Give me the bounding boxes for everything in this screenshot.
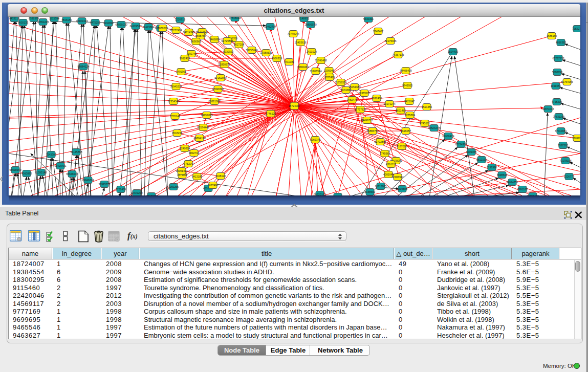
svg-text:64139537: 64139537 xyxy=(129,25,141,28)
svg-text:1615594: 1615594 xyxy=(49,17,59,20)
svg-text:8148932: 8148932 xyxy=(299,17,309,20)
svg-text:4966319: 4966319 xyxy=(272,57,282,60)
svg-text:4711382: 4711382 xyxy=(284,60,294,63)
svg-text:67737826: 67737826 xyxy=(354,108,366,111)
svg-text:0932480: 0932480 xyxy=(372,97,382,100)
svg-text:00524278: 00524278 xyxy=(428,126,440,129)
svg-text:04499727: 04499727 xyxy=(361,119,373,122)
svg-text:85574443: 85574443 xyxy=(197,126,209,129)
svg-text:1399049: 1399049 xyxy=(324,69,334,72)
svg-text:77752047: 77752047 xyxy=(182,162,194,165)
svg-text:6475255: 6475255 xyxy=(90,21,100,24)
svg-text:2260256: 2260256 xyxy=(168,185,179,188)
svg-text:3709859: 3709859 xyxy=(572,137,580,140)
svg-text:9912419: 9912419 xyxy=(180,57,190,60)
svg-text:36995777: 36995777 xyxy=(98,183,110,186)
svg-text:7182278: 7182278 xyxy=(572,27,580,30)
svg-text:87277434: 87277434 xyxy=(170,29,182,32)
svg-text:80831367: 80831367 xyxy=(208,100,220,103)
svg-text:1326773: 1326773 xyxy=(564,175,574,178)
svg-text:3158692: 3158692 xyxy=(365,190,375,193)
svg-text:13433200: 13433200 xyxy=(130,191,142,194)
svg-text:2421024: 2421024 xyxy=(307,50,317,53)
svg-text:9413186: 9413186 xyxy=(192,175,202,178)
svg-text:82175946: 82175946 xyxy=(384,39,396,42)
svg-text:87234309: 87234309 xyxy=(455,143,467,146)
svg-text:6658760: 6658760 xyxy=(195,34,206,37)
svg-text:54145868: 54145868 xyxy=(70,150,82,154)
svg-text:29946804: 29946804 xyxy=(82,179,94,182)
svg-text:62386922: 62386922 xyxy=(391,176,403,179)
svg-text:34714345: 34714345 xyxy=(183,31,194,34)
svg-text:5466889: 5466889 xyxy=(209,38,220,41)
svg-text:2328120: 2328120 xyxy=(215,174,226,178)
svg-text:34957885: 34957885 xyxy=(201,114,212,117)
svg-text:71756551: 71756551 xyxy=(335,81,346,84)
svg-text:71746488: 71746488 xyxy=(315,59,326,62)
svg-text:13493618: 13493618 xyxy=(294,41,306,44)
svg-text:1746120: 1746120 xyxy=(266,112,276,115)
svg-text:37631165: 37631165 xyxy=(553,115,565,118)
svg-text:65787133: 65787133 xyxy=(552,57,564,60)
svg-text:4738299: 4738299 xyxy=(552,100,562,103)
svg-text:0842710: 0842710 xyxy=(189,151,199,155)
svg-text:13171274: 13171274 xyxy=(383,102,395,105)
svg-text:1031051: 1031051 xyxy=(551,84,561,87)
svg-text:5674680: 5674680 xyxy=(341,89,351,92)
svg-text:34624751: 34624751 xyxy=(506,181,518,184)
svg-text:7770143: 7770143 xyxy=(170,115,180,118)
svg-text:98084124: 98084124 xyxy=(77,65,89,68)
svg-text:9521456: 9521456 xyxy=(422,105,432,108)
svg-text:6998543: 6998543 xyxy=(497,173,507,177)
svg-text:60385977: 60385977 xyxy=(358,92,370,95)
svg-text:99091334: 99091334 xyxy=(176,169,187,172)
svg-text:1745961: 1745961 xyxy=(380,152,390,155)
svg-text:1226916: 1226916 xyxy=(175,18,185,21)
svg-text:0812191: 0812191 xyxy=(476,158,487,161)
svg-text:62729806: 62729806 xyxy=(221,39,233,42)
svg-text:8721489: 8721489 xyxy=(116,188,126,191)
svg-text:3685160: 3685160 xyxy=(547,34,557,37)
svg-text:5240824: 5240824 xyxy=(180,147,190,150)
svg-text:7889579: 7889579 xyxy=(158,27,168,30)
svg-text:27354549: 27354549 xyxy=(167,100,179,103)
svg-text:7543303: 7543303 xyxy=(46,153,56,156)
svg-text:18724007: 18724007 xyxy=(288,104,300,107)
svg-text:02654235: 02654235 xyxy=(37,20,49,24)
svg-text:72423884: 72423884 xyxy=(142,26,154,29)
svg-text:9821465: 9821465 xyxy=(396,109,406,112)
svg-text:55886753: 55886753 xyxy=(366,129,378,133)
svg-text:3518233: 3518233 xyxy=(172,132,182,135)
svg-text:1969379: 1969379 xyxy=(310,138,320,141)
svg-text:3387262: 3387262 xyxy=(558,144,568,147)
svg-text:28809570: 28809570 xyxy=(304,23,316,26)
svg-text:4745171: 4745171 xyxy=(420,122,430,125)
svg-text:7816184: 7816184 xyxy=(61,18,72,21)
svg-text:0330923: 0330923 xyxy=(223,50,233,53)
svg-text:55698169: 55698169 xyxy=(9,168,21,171)
svg-text:6204505: 6204505 xyxy=(397,187,407,190)
svg-text:02606474: 02606474 xyxy=(442,135,454,138)
svg-text:62702895: 62702895 xyxy=(374,140,386,143)
svg-text:37996507: 37996507 xyxy=(212,87,224,91)
svg-text:4192832: 4192832 xyxy=(103,21,114,25)
svg-text:5098393: 5098393 xyxy=(552,71,562,74)
svg-text:3747407: 3747407 xyxy=(373,30,383,33)
svg-text:53755646: 53755646 xyxy=(246,49,257,52)
svg-text:9636057: 9636057 xyxy=(401,129,411,133)
svg-text:1824493: 1824493 xyxy=(448,50,458,53)
svg-text:1627204: 1627204 xyxy=(234,43,244,46)
svg-text:8386379: 8386379 xyxy=(29,17,39,20)
svg-text:79740344: 79740344 xyxy=(287,32,299,35)
svg-text:6193990: 6193990 xyxy=(487,166,497,169)
svg-text:74367136: 74367136 xyxy=(392,53,404,56)
svg-text:71906594: 71906594 xyxy=(310,70,321,73)
svg-text:5009788: 5009788 xyxy=(466,150,476,154)
svg-text:01429401: 01429401 xyxy=(54,164,66,167)
svg-text:80112805: 80112805 xyxy=(375,185,387,188)
svg-text:51462704: 51462704 xyxy=(264,25,276,28)
svg-text:6690967: 6690967 xyxy=(191,40,201,43)
svg-text:4316117: 4316117 xyxy=(386,163,396,166)
svg-text:97848018: 97848018 xyxy=(229,17,241,19)
svg-text:7187026: 7187026 xyxy=(397,145,407,148)
